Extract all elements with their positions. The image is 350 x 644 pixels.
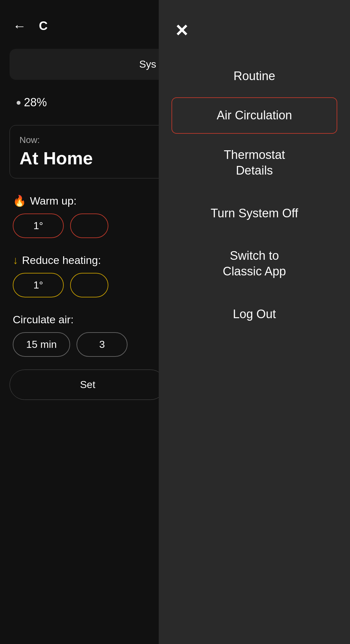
circulate-pill-2[interactable]: 3	[77, 332, 128, 357]
schedule-card: Now: At Home	[10, 125, 166, 178]
menu-item-routine-label: Routine	[234, 69, 275, 83]
close-icon: ✕	[175, 21, 189, 40]
system-label: Sys	[139, 58, 156, 70]
left-panel: ← C Sys ● 28% Now: At Home 🔥 Warm up: 1°…	[0, 0, 175, 644]
menu-item-turn-system-off-label: Turn System Off	[211, 206, 298, 220]
close-button[interactable]: ✕	[159, 19, 350, 55]
warm-up-section: 🔥 Warm up:	[0, 185, 175, 210]
menu-item-routine[interactable]: Routine	[159, 55, 350, 97]
reduce-pill-2[interactable]	[70, 273, 108, 297]
back-button[interactable]: ←	[13, 19, 26, 33]
circulate-air-label: Circulate air:	[13, 313, 74, 326]
humidity-icon: ●	[16, 97, 21, 108]
circulate-air-section: Circulate air:	[0, 304, 175, 329]
reduce-pill-1[interactable]: 1°	[13, 273, 64, 297]
left-header: ← C	[0, 0, 175, 42]
warm-up-label: Warm up:	[30, 195, 77, 207]
circulate-air-pills: 15 min 3	[0, 329, 175, 363]
right-menu-panel: ✕ Routine Air Circulation ThermostatDeta…	[159, 0, 350, 644]
menu-item-log-out[interactable]: Log Out	[159, 293, 350, 335]
menu-item-thermostat-details[interactable]: ThermostatDetails	[159, 134, 350, 192]
header-title: C	[39, 19, 47, 33]
warm-up-pill-1[interactable]: 1°	[13, 213, 64, 238]
humidity-row: ● 28%	[0, 86, 175, 119]
circulate-pill-1[interactable]: 15 min	[13, 332, 70, 357]
reduce-heating-section: ↓ Reduce heating:	[0, 244, 175, 270]
now-label: Now:	[19, 135, 156, 145]
menu-item-air-circulation[interactable]: Air Circulation	[171, 97, 337, 133]
menu-item-switch-classic[interactable]: Switch toClassic App	[159, 235, 350, 293]
menu-item-switch-classic-label: Switch toClassic App	[223, 249, 286, 278]
warm-up-pills: 1°	[0, 210, 175, 244]
location-label: At Home	[19, 148, 156, 168]
set-label: Set	[80, 379, 95, 390]
reduce-heating-label: Reduce heating:	[22, 254, 101, 266]
menu-item-thermostat-details-label: ThermostatDetails	[224, 148, 285, 177]
menu-item-air-circulation-label: Air Circulation	[217, 109, 292, 122]
menu-item-turn-system-off[interactable]: Turn System Off	[159, 192, 350, 235]
humidity-value: 28%	[24, 96, 47, 109]
reduce-heating-pills: 1°	[0, 270, 175, 304]
set-button[interactable]: Set	[10, 370, 166, 400]
menu-item-log-out-label: Log Out	[233, 307, 276, 321]
system-card: Sys	[10, 49, 166, 80]
warm-up-pill-2[interactable]	[70, 213, 108, 238]
fire-icon: 🔥	[13, 194, 26, 207]
reduce-icon: ↓	[13, 254, 18, 266]
